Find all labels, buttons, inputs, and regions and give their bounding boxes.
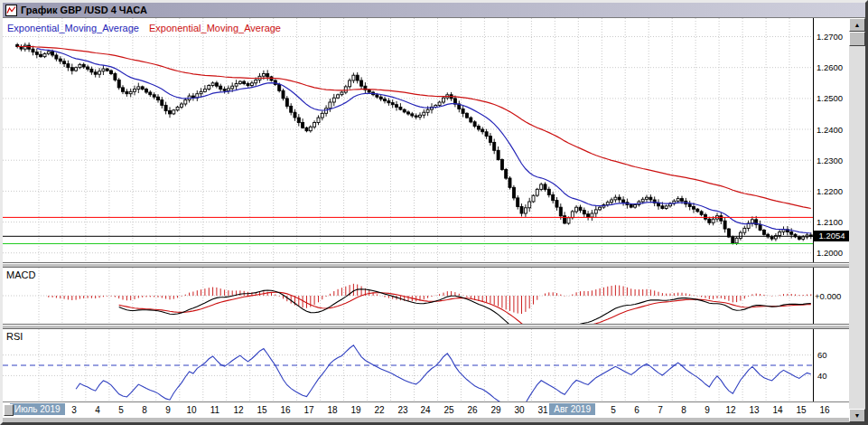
rsi-line	[76, 345, 811, 401]
ema-fast-label: Exponential_Moving_Average	[7, 23, 139, 33]
price-axis-label: 1.2500	[817, 93, 843, 103]
macd-chart[interactable]: +0.000	[3, 268, 849, 324]
day-label: 12	[233, 405, 243, 415]
price-axis-label: 1.2200	[817, 186, 843, 196]
price-axis-label: 1.2600	[817, 62, 843, 72]
macd-label: MACD	[6, 269, 35, 280]
day-label: 3	[71, 405, 77, 415]
day-label: 22	[374, 405, 384, 415]
macd-axis-label: +0.000	[815, 291, 841, 301]
day-label: 13	[749, 405, 759, 415]
vertical-scrollbar[interactable]: ▲ ▼	[849, 18, 865, 422]
window-title: График GBP /USD 4 ЧАСА	[21, 5, 147, 15]
day-label: 26	[467, 405, 477, 415]
day-label: 8	[681, 405, 686, 415]
day-label: 6	[634, 405, 639, 415]
rsi-label: RSI	[6, 331, 23, 342]
price-axis-label: 1.2000	[817, 248, 843, 258]
day-label: 16	[280, 405, 290, 415]
day-label: 31	[537, 405, 547, 415]
day-label: 30	[514, 405, 524, 415]
title-bar[interactable]: График GBP /USD 4 ЧАСА	[3, 3, 865, 18]
bottom-strip	[3, 418, 849, 422]
day-label: 7	[658, 405, 663, 415]
day-label: 5	[611, 405, 616, 415]
month-label: Июль 2019	[10, 403, 65, 415]
rsi-panel: 6040 RSI	[3, 329, 849, 401]
macd-histogram	[49, 284, 811, 314]
scroll-down-button[interactable]: ▼	[849, 409, 865, 422]
day-label: 25	[443, 405, 453, 415]
macd-line	[119, 289, 811, 324]
chart-icon	[5, 5, 17, 16]
day-label: 24	[420, 405, 430, 415]
day-label: 8	[142, 405, 147, 415]
day-label: 9	[165, 405, 171, 415]
price-axis-label: 1.2700	[817, 32, 843, 42]
day-label: 11	[210, 405, 219, 415]
scrollbar-thumb[interactable]	[849, 32, 865, 46]
day-label: 14	[772, 405, 782, 415]
day-label: 5	[118, 405, 124, 415]
rsi-chart[interactable]: 6040	[3, 329, 849, 401]
day-label: 19	[350, 405, 360, 415]
scroll-up-button[interactable]: ▲	[849, 18, 865, 32]
day-label: 18	[327, 405, 337, 415]
date-axis: Июль 20193458910111215161718192223242526…	[3, 401, 849, 418]
price-axis-label: 1.2300	[817, 156, 843, 165]
day-label: 17	[303, 405, 313, 415]
price-chart[interactable]: 1.27001.26001.25001.24001.23001.22001.21…	[3, 18, 849, 262]
day-label: 10	[186, 405, 196, 415]
current-price-badge: 1.2054	[814, 231, 849, 241]
month-label: Авг 2019	[549, 403, 595, 415]
price-axis-label: 1.2400	[817, 125, 843, 135]
chart-window: График GBP /USD 4 ЧАСА 1.27001.26001.250…	[0, 0, 868, 425]
rsi-axis-label: 40	[817, 371, 827, 381]
day-label: 15	[257, 405, 266, 415]
ema-fast-line	[37, 49, 811, 234]
indicator-legend: Exponential_Moving_Average Exponential_M…	[7, 23, 288, 33]
day-label: 29	[490, 405, 500, 415]
price-panel: 1.27001.26001.25001.24001.23001.22001.21…	[3, 18, 849, 262]
day-label: 23	[397, 405, 407, 415]
day-label: 9	[705, 405, 710, 415]
day-label: 15	[796, 405, 806, 415]
ema-slow-label: Exponential_Moving_Average	[149, 23, 281, 33]
rsi-axis-label: 60	[817, 350, 827, 360]
axis-corner-button[interactable]	[4, 404, 14, 416]
chart-panels: 1.27001.26001.25001.24001.23001.22001.21…	[3, 18, 849, 422]
day-label: 4	[95, 405, 100, 415]
day-label: 12	[725, 405, 735, 415]
price-axis-label: 1.2100	[817, 217, 843, 227]
day-label: 16	[819, 405, 829, 415]
macd-panel: +0.000 MACD	[3, 268, 849, 324]
